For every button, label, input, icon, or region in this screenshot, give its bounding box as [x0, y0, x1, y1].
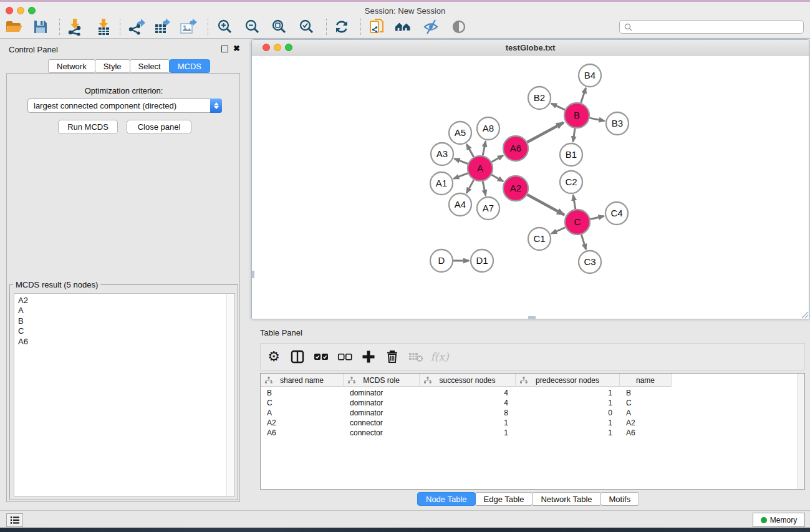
table-row[interactable]: Bdominator41B	[261, 388, 672, 398]
refresh-icon[interactable]	[332, 18, 351, 36]
graph-node-C3[interactable]: C3	[579, 251, 601, 273]
graph-edge[interactable]	[551, 227, 566, 233]
tab-style[interactable]: Style	[95, 59, 130, 73]
graph-node-A4[interactable]: A4	[449, 193, 471, 216]
graph-node-A5[interactable]: A5	[449, 122, 471, 144]
table-row[interactable]: A2connector11A2	[261, 418, 672, 428]
graph-edge[interactable]	[483, 181, 486, 196]
mcds-result-list[interactable]: A2 A B C A6	[14, 293, 235, 496]
delete-column-icon[interactable]	[380, 350, 404, 364]
table-settings-icon[interactable]: ⚙	[262, 349, 286, 365]
delete-table-icon[interactable]	[404, 351, 428, 362]
graph-edge[interactable]	[551, 104, 565, 110]
graph-node-A7[interactable]: A7	[477, 197, 499, 220]
graph-edge[interactable]	[455, 158, 468, 163]
task-history-button[interactable]	[6, 513, 23, 527]
clone-network-icon[interactable]	[368, 18, 387, 36]
graph-node-A3[interactable]: A3	[431, 143, 453, 165]
table-row[interactable]: Cdominator41C	[261, 398, 672, 408]
import-table-icon[interactable]	[94, 18, 113, 36]
graph-node-A6[interactable]: A6	[503, 136, 528, 161]
tab-network[interactable]: Network	[48, 59, 95, 73]
export-image-icon[interactable]	[180, 18, 198, 36]
graph-node-A2[interactable]: A2	[503, 176, 528, 201]
column-header-name[interactable]: name	[620, 374, 672, 387]
search-input[interactable]	[635, 21, 797, 32]
graph-edge[interactable]	[466, 180, 474, 193]
tab-select[interactable]: Select	[130, 59, 170, 73]
resize-grip-icon[interactable]	[800, 310, 809, 319]
graph-edge[interactable]	[491, 155, 503, 162]
column-header-predecessor-nodes[interactable]: predecessor nodes	[516, 374, 620, 387]
first-neighbors-icon[interactable]	[394, 18, 413, 36]
zoom-selected-icon[interactable]	[297, 18, 316, 36]
graph-node-B[interactable]: B	[564, 103, 589, 128]
list-item[interactable]: B	[14, 316, 234, 326]
panel-splitter-handle[interactable]	[252, 271, 254, 278]
search-box[interactable]	[619, 20, 804, 34]
hide-selected-icon[interactable]	[422, 18, 440, 36]
graph-edge[interactable]	[581, 235, 586, 249]
graph-node-B3[interactable]: B3	[606, 112, 629, 135]
list-item[interactable]: A2	[14, 296, 234, 306]
graph-node-B4[interactable]: B4	[579, 64, 601, 87]
graph-node-D[interactable]: D	[430, 249, 453, 272]
scrollbar-track[interactable]	[226, 294, 234, 496]
run-mcds-button[interactable]: Run MCDS	[58, 120, 118, 134]
list-item[interactable]: C	[14, 326, 234, 336]
column-header-shared-name[interactable]: shared name	[261, 374, 344, 387]
zoom-out-icon[interactable]	[243, 18, 262, 36]
tab-network-table[interactable]: Network Table	[532, 492, 600, 506]
list-item[interactable]: A	[14, 306, 234, 316]
list-item[interactable]: A6	[14, 337, 234, 347]
panel-splitter-handle[interactable]	[528, 316, 536, 319]
close-panel-icon[interactable]: ✖	[233, 45, 240, 52]
graph-node-B2[interactable]: B2	[528, 87, 551, 109]
export-table-icon[interactable]	[153, 18, 172, 36]
open-file-icon[interactable]	[4, 18, 23, 36]
column-header-successor-nodes[interactable]: successor nodes	[420, 374, 516, 387]
graph-node-A1[interactable]: A1	[430, 172, 453, 195]
tab-mcds[interactable]: MCDS	[169, 59, 210, 73]
graph-edge[interactable]	[527, 195, 564, 215]
graph-node-A8[interactable]: A8	[477, 117, 499, 140]
graph-edge[interactable]	[491, 175, 503, 181]
import-network-icon[interactable]	[65, 18, 84, 36]
graph-edge[interactable]	[466, 144, 473, 157]
table-row[interactable]: Adominator80A	[261, 408, 672, 418]
tab-motifs[interactable]: Motifs	[600, 492, 640, 506]
graph-edge[interactable]	[573, 195, 576, 210]
graph-edge[interactable]	[590, 216, 604, 220]
export-network-icon[interactable]	[127, 18, 146, 36]
criterion-select[interactable]: largest connected component (directed)	[27, 99, 222, 113]
graph-node-C[interactable]: C	[565, 210, 590, 235]
graph-edge[interactable]	[581, 88, 586, 103]
tab-node-table[interactable]: Node Table	[417, 492, 476, 506]
graph-node-C4[interactable]: C4	[605, 202, 628, 225]
close-panel-button[interactable]: Close panel	[127, 120, 191, 134]
function-builder-icon[interactable]: f(x)	[428, 351, 451, 363]
deselect-all-icon[interactable]	[333, 353, 357, 360]
network-canvas[interactable]: B4B2BB3A5A8A6B1A3AA1C2A2A4A7C4CC1C3DD1	[252, 56, 809, 319]
column-header-mcds-role[interactable]: MCDS role	[344, 374, 420, 387]
network-window-titlebar[interactable]: testGlobe.txt	[252, 40, 809, 56]
zoom-in-icon[interactable]	[216, 18, 234, 36]
graph-node-B1[interactable]: B1	[560, 143, 582, 166]
graph-edge[interactable]	[454, 173, 468, 179]
save-session-icon[interactable]	[31, 18, 50, 36]
tab-edge-table[interactable]: Edge Table	[475, 492, 533, 506]
graph-edge[interactable]	[590, 118, 605, 121]
memory-button[interactable]: Memory	[753, 513, 805, 527]
select-all-icon[interactable]	[309, 353, 333, 360]
graph-node-A[interactable]: A	[468, 156, 493, 181]
show-all-icon[interactable]	[450, 18, 468, 36]
graph-node-C2[interactable]: C2	[560, 171, 582, 193]
graph-edge[interactable]	[527, 122, 563, 142]
graph-edge[interactable]	[483, 142, 486, 156]
graph-node-D1[interactable]: D1	[471, 249, 493, 272]
add-column-icon[interactable]	[357, 350, 380, 364]
scrollbar-track[interactable]	[797, 374, 804, 489]
graph-node-C1[interactable]: C1	[528, 228, 551, 250]
graph-edge[interactable]	[573, 128, 575, 142]
float-panel-icon[interactable]	[221, 46, 228, 52]
